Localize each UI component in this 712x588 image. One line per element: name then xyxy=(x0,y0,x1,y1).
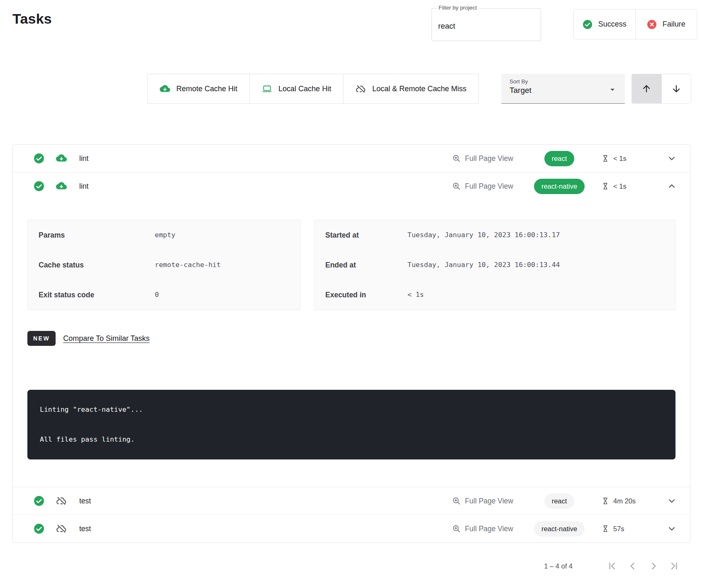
full-page-view-button[interactable]: Full Page View xyxy=(452,496,513,505)
full-page-view-label: Full Page View xyxy=(465,525,513,533)
task-row[interactable]: test Full Page View react 4m 20s xyxy=(13,487,690,515)
hourglass-icon xyxy=(601,182,610,190)
sort-by-label: Sort By xyxy=(510,78,617,85)
task-target: test xyxy=(79,497,91,505)
project-badge[interactable]: react-native xyxy=(534,521,585,537)
pagination-range: 1 – 4 of 4 xyxy=(544,562,573,570)
last-page-icon xyxy=(669,561,680,571)
success-status-icon xyxy=(34,153,44,164)
hourglass-icon xyxy=(601,154,610,163)
success-filter-button[interactable]: Success xyxy=(574,10,635,39)
next-page-button[interactable] xyxy=(643,557,664,575)
task-row[interactable]: lint Full Page View react-native < 1s xyxy=(13,172,690,200)
success-filter-label: Success xyxy=(598,20,627,29)
remote-cache-hit-filter-button[interactable]: Remote Cache Hit xyxy=(148,74,249,103)
sort-direction-group xyxy=(632,74,691,104)
chevron-down-icon xyxy=(666,496,677,506)
expand-row-button[interactable] xyxy=(663,520,680,537)
sort-descending-button[interactable] xyxy=(661,74,691,103)
cache-miss-icon xyxy=(56,496,67,506)
cloud-off-icon xyxy=(356,84,366,94)
started-at-row: Started at Tuesday, January 10, 2023 16:… xyxy=(315,220,675,250)
chevron-left-icon xyxy=(627,561,638,571)
task-duration: 4m 20s xyxy=(601,497,652,505)
chevron-down-icon xyxy=(666,153,677,164)
project-badge[interactable]: react xyxy=(544,151,575,166)
project-filter-input[interactable] xyxy=(432,9,541,41)
local-cache-hit-filter-button[interactable]: Local Cache Hit xyxy=(249,74,343,103)
arrow-up-icon xyxy=(641,83,652,94)
task-row[interactable]: lint Full Page View react < 1s xyxy=(13,145,690,172)
remote-cache-hit-icon xyxy=(56,181,67,192)
hourglass-icon xyxy=(601,497,610,505)
remote-cache-hit-label: Remote Cache Hit xyxy=(176,85,237,93)
task-params-panel: Params empty Cache status remote-cache-h… xyxy=(27,220,300,310)
expand-row-button[interactable] xyxy=(663,493,680,509)
previous-page-button[interactable] xyxy=(622,557,643,575)
sort-by-select[interactable]: Sort By Target xyxy=(501,74,625,104)
full-page-view-button[interactable]: Full Page View xyxy=(452,524,513,533)
page-title: Tasks xyxy=(12,11,52,27)
task-details: Params empty Cache status remote-cache-h… xyxy=(13,200,690,487)
collapse-row-button[interactable] xyxy=(663,178,680,194)
first-page-button[interactable] xyxy=(602,557,622,575)
task-duration: < 1s xyxy=(601,154,652,163)
failure-filter-label: Failure xyxy=(663,20,685,29)
task-row[interactable]: test Full Page View react-native 57s xyxy=(13,515,690,542)
full-page-view-label: Full Page View xyxy=(465,497,513,505)
full-page-view-button[interactable]: Full Page View xyxy=(452,182,513,191)
full-page-view-label: Full Page View xyxy=(465,182,513,191)
hourglass-icon xyxy=(601,525,610,533)
full-page-view-button[interactable]: Full Page View xyxy=(452,154,513,163)
pagination: 1 – 4 of 4 xyxy=(12,556,690,576)
success-status-icon xyxy=(34,181,44,192)
status-filter-group: Success Failure xyxy=(573,9,697,39)
chevron-down-icon xyxy=(666,523,677,534)
local-cache-hit-label: Local Cache Hit xyxy=(278,85,331,93)
task-duration: 57s xyxy=(601,525,652,533)
cloud-download-icon xyxy=(160,84,170,94)
task-list: lint Full Page View react < 1s lint Full… xyxy=(12,144,690,543)
exit-code-row: Exit status code 0 xyxy=(28,280,300,310)
failure-x-icon xyxy=(647,19,657,29)
project-filter-label: Filter by project xyxy=(436,5,479,11)
success-status-icon xyxy=(34,523,44,534)
task-duration: < 1s xyxy=(601,182,652,190)
sort-by-value: Target xyxy=(510,86,617,95)
executed-in-row: Executed in < 1s xyxy=(315,280,675,310)
arrow-down-icon xyxy=(671,83,682,94)
last-page-button[interactable] xyxy=(664,557,685,575)
expand-row-button[interactable] xyxy=(663,150,680,167)
terminal-line: All files pass linting. xyxy=(40,435,663,445)
cache-filter-group: Remote Cache Hit Local Cache Hit Local &… xyxy=(147,74,479,104)
laptop-icon xyxy=(262,84,272,94)
cache-miss-label: Local & Remote Cache Miss xyxy=(372,85,466,93)
chevron-down-icon xyxy=(607,85,617,95)
ended-at-row: Ended at Tuesday, January 10, 2023 16:00… xyxy=(315,250,675,280)
project-filter-field[interactable]: Filter by project xyxy=(432,8,541,41)
zoom-in-icon xyxy=(452,524,461,533)
first-page-icon xyxy=(607,561,617,571)
full-page-view-label: Full Page View xyxy=(465,154,513,163)
failure-filter-button[interactable]: Failure xyxy=(635,10,697,39)
sort-ascending-button[interactable] xyxy=(632,74,661,103)
chevron-right-icon xyxy=(648,561,659,571)
compare-to-similar-tasks-link[interactable]: Compare To Similar Tasks xyxy=(63,334,149,343)
task-target: lint xyxy=(79,182,88,191)
task-target: test xyxy=(79,525,91,533)
success-status-icon xyxy=(34,496,44,506)
terminal-line: Linting "react-native"... xyxy=(40,405,663,415)
zoom-in-icon xyxy=(452,496,461,505)
remote-cache-hit-icon xyxy=(56,153,67,164)
chevron-up-icon xyxy=(666,181,677,192)
project-badge[interactable]: react-native xyxy=(534,179,585,194)
zoom-in-icon xyxy=(452,154,461,163)
task-timing-panel: Started at Tuesday, January 10, 2023 16:… xyxy=(314,220,675,310)
success-check-icon xyxy=(583,19,593,29)
terminal-output: Linting "react-native"... All files pass… xyxy=(27,390,675,459)
params-row: Params empty xyxy=(28,220,300,250)
project-badge[interactable]: react xyxy=(544,493,575,509)
task-target: lint xyxy=(79,154,88,163)
cache-miss-filter-button[interactable]: Local & Remote Cache Miss xyxy=(343,74,478,103)
new-badge: NEW xyxy=(27,331,56,346)
